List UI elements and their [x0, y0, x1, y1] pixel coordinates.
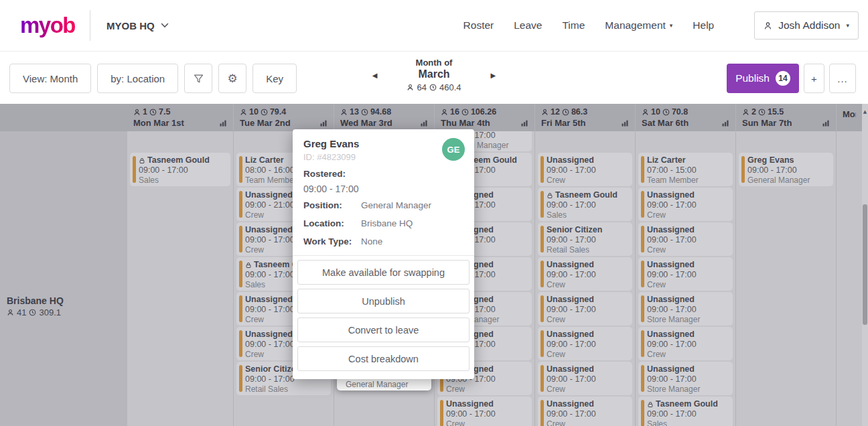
bar-chart-icon [219, 119, 227, 127]
scrollbar-thumb[interactable] [863, 204, 867, 325]
shift-time: 09:00 - 17:00 [547, 270, 628, 280]
nav-link-time[interactable]: Time [562, 19, 585, 31]
cost-breakdown-button[interactable]: Cost breakdown [297, 346, 469, 371]
chevron-down-icon: ▾ [846, 22, 849, 29]
day-stats: 17.5 [133, 107, 227, 117]
shift-role: Sales [139, 175, 226, 186]
shift-role: General Manager [346, 380, 427, 390]
shift-color-bar [540, 261, 544, 287]
publish-button[interactable]: Publish 14 [727, 64, 799, 93]
period-line1: Month of [407, 58, 461, 68]
shift-card[interactable]: Unassigned09:00 - 17:00Crew [638, 222, 733, 256]
next-period-button[interactable]: ▶ [488, 69, 499, 82]
day-column: 1070.8Sat Mar 6thLiz Carter07:00 - 15:00… [635, 104, 735, 426]
day-people-count: 16 [450, 107, 459, 117]
day-hours-count: 106.26 [471, 107, 496, 117]
shift-time: 09:00 - 17:00 [547, 374, 628, 384]
shift-card[interactable]: Unassigned09:00 - 17:00Crew [538, 153, 632, 186]
previous-period-button[interactable]: ◀ [370, 69, 380, 82]
shift-card[interactable]: Liz Carter07:00 - 15:00Team Member [638, 153, 733, 186]
clock-icon [461, 109, 469, 116]
shift-role: Retail Sales [245, 384, 327, 395]
day-shift-list: Liz Carter07:00 - 15:00Team MemberUnassi… [636, 131, 735, 426]
shift-card[interactable]: Unassigned09:00 - 17:00Crew [638, 188, 733, 221]
shift-role: Crew [547, 315, 628, 325]
day-people-count: 1 [143, 107, 147, 117]
popup-rostered-value: 09:00 - 17:00 [303, 184, 463, 194]
nav-link-management[interactable]: Management▾ [605, 19, 672, 31]
day-header[interactable]: 1394.68Wed Mar 3rd [334, 104, 434, 131]
shift-card[interactable]: Unassigned09:00 - 17:00Crew [538, 397, 632, 426]
day-header[interactable]: 1070.8Sat Mar 6th [636, 104, 735, 131]
shift-color-bar [641, 400, 644, 426]
day-header[interactable]: 1286.3Fri Mar 5th [535, 104, 635, 131]
day-hours-count: 15.5 [768, 107, 784, 117]
day-label-row: Sun Mar 7th [742, 118, 830, 128]
shift-name: Unassigned [647, 364, 729, 374]
shift-name: Tasneem Gould [139, 155, 226, 165]
myob-logo: myob [20, 13, 75, 38]
shift-stack: Tasneem Gould09:00 - 17:00Sales [130, 131, 230, 186]
period-line2: March [407, 68, 461, 80]
top-navbar: myob MYOB HQ Roster Leave Time Managemen… [0, 0, 868, 52]
shift-color-bar [641, 295, 644, 322]
day-header[interactable]: 1079.4Tue Mar 2nd [234, 104, 334, 131]
day-header[interactable]: 215.5Sun Mar 7th [736, 104, 836, 131]
person-icon [642, 109, 649, 116]
shift-card[interactable]: Unassigned09:00 - 17:00Crew [538, 327, 632, 360]
period-stats: 64 460.4 [407, 82, 461, 92]
shift-card[interactable]: Greg Evans09:00 - 17:00General Manager [739, 153, 833, 186]
shift-card[interactable]: Unassigned09:00 - 17:00Store Manager [638, 292, 733, 326]
up-arrow-icon[interactable]: ▲ [862, 104, 868, 115]
popup-employee-id: ID: #4823099 [303, 152, 463, 162]
shift-color-bar [540, 191, 544, 218]
day-people-count: 2 [751, 107, 756, 117]
popup-position-label: Position: [303, 199, 361, 212]
user-menu[interactable]: Josh Addison ▾ [754, 11, 859, 40]
clock-icon [662, 109, 670, 116]
add-shift-button[interactable]: + [804, 64, 824, 93]
unpublish-button[interactable]: Unpublish [297, 289, 469, 313]
shift-name: Unassigned [647, 225, 729, 235]
shift-card[interactable]: Senior Citizen09:00 - 17:00Retail Sales [538, 222, 632, 256]
shift-card[interactable]: Unassigned09:00 - 17:00Crew [638, 257, 733, 291]
shift-card[interactable]: Tasneem Gould09:00 - 17:00Sales [538, 188, 632, 221]
vertical-scrollbar[interactable]: ▲ [862, 104, 868, 426]
shift-card[interactable]: Unassigned09:00 - 17:00Crew [638, 327, 733, 360]
shift-time: 09:00 - 17:00 [647, 340, 729, 350]
shift-color-bar [540, 156, 544, 183]
org-switcher[interactable]: MYOB HQ [106, 20, 169, 31]
shift-card[interactable]: Unassigned09:00 - 17:00Store Manager [638, 362, 733, 395]
day-people-count: 10 [651, 107, 660, 117]
shift-role: Crew [647, 280, 729, 290]
shift-color-bar [741, 156, 745, 183]
shift-role: Crew [647, 350, 729, 360]
shift-name: Tasneem Gould [547, 190, 628, 200]
popup-employee-name: Greg Evans [303, 138, 463, 149]
shift-card[interactable]: Unassigned09:00 - 17:00Crew [538, 257, 632, 291]
day-header[interactable]: 17.5Mon Mar 1st [127, 104, 233, 131]
nav-link-roster[interactable]: Roster [463, 19, 494, 31]
make-available-for-swapping-button[interactable]: Make available for swapping [297, 260, 469, 285]
shift-name: Unassigned [547, 364, 628, 374]
shift-color-bar [540, 365, 544, 392]
shift-name: Unassigned [547, 399, 628, 409]
nav-link-leave[interactable]: Leave [514, 19, 542, 31]
shift-time: 09:00 - 17:00 [547, 165, 628, 175]
shift-card[interactable]: Unassigned09:00 - 17:00Crew [437, 397, 532, 426]
shift-card[interactable]: Unassigned09:00 - 17:00Crew [538, 292, 632, 326]
bar-chart-icon [319, 119, 328, 127]
convert-to-leave-button[interactable]: Convert to leave [297, 317, 469, 342]
shift-color-bar [641, 261, 644, 287]
more-options-button[interactable]: ... [829, 64, 856, 93]
shift-card[interactable]: Tasneem Gould09:00 - 17:00Sales [130, 153, 230, 186]
day-header[interactable]: Mon Mar 8th [837, 104, 862, 131]
shift-time: 07:00 - 15:00 [647, 165, 729, 175]
shift-role: Crew [547, 384, 628, 395]
day-header[interactable]: 16106.26Thu Mar 4th [435, 104, 534, 131]
user-name: Josh Addison [778, 19, 840, 31]
shift-card[interactable]: Tasneem Gould09:00 - 17:00Sales [638, 397, 733, 426]
shift-card[interactable]: Unassigned09:00 - 17:00Crew [538, 362, 632, 395]
nav-link-help[interactable]: Help [693, 19, 714, 31]
clock-icon [758, 109, 766, 116]
